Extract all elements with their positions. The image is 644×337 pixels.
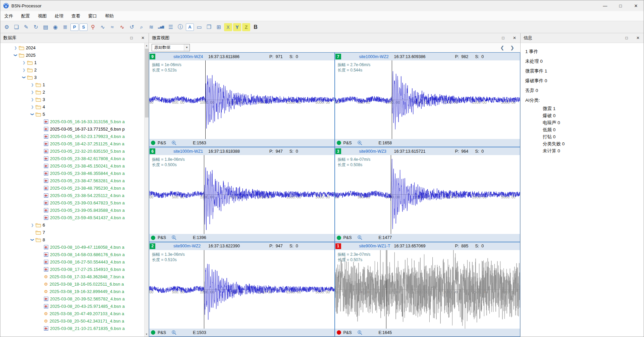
histogram-icon[interactable]: ▂▅▇ bbox=[157, 23, 165, 32]
status-dot[interactable] bbox=[337, 330, 341, 335]
p-pick-marker[interactable] bbox=[204, 155, 204, 234]
p-pick-marker[interactable] bbox=[391, 155, 391, 234]
scroll-down-icon[interactable]: ▼ bbox=[145, 332, 149, 337]
site-name[interactable]: site900m-WZ2 bbox=[173, 244, 208, 248]
tree-file-row[interactable]: 2025-03-05_23-59-49.541437_4.bsn a bbox=[0, 214, 149, 221]
status-dot[interactable] bbox=[337, 141, 341, 145]
chevron-expanded-icon[interactable]: ❯ bbox=[21, 76, 27, 79]
tree-file-row[interactable]: 2025-03-08_20-39-52.565782_4.bsn a bbox=[0, 295, 149, 302]
chevron-expanded-icon[interactable]: ❯ bbox=[13, 53, 18, 57]
zoom-icon[interactable] bbox=[171, 330, 177, 335]
letter-a-icon[interactable]: A bbox=[186, 23, 194, 31]
tree-file-row[interactable]: 2025-03-05_23-38-47.563281_4.bsn a bbox=[0, 177, 149, 184]
p-pick-marker[interactable] bbox=[392, 60, 392, 139]
prev-event-button[interactable]: ❮ bbox=[500, 45, 504, 50]
status-dot[interactable] bbox=[151, 330, 155, 335]
zoom-icon[interactable] bbox=[357, 140, 363, 146]
tree-file-row[interactable]: 2025-03-05_16-52-23.179923_4.bsn a bbox=[0, 133, 149, 140]
chevron-collapsed-icon[interactable]: ❯ bbox=[21, 61, 27, 64]
p-phase-icon[interactable]: P bbox=[70, 23, 78, 31]
tree-file-row[interactable]: 2025-03-05_23-38-45.150241_4.bsn a bbox=[0, 162, 149, 170]
tree-file-row[interactable]: 2025-03-08_17-27-25.154910_6.bsn a bbox=[0, 266, 149, 273]
tree-file-row[interactable]: ⚙2025-03-08_17-33-48.362848_7.bsn a bbox=[0, 273, 149, 280]
tree-file-row[interactable]: 2025-03-08_20-43-25.971485_4.bsn a bbox=[0, 302, 149, 310]
chevron-expanded-icon[interactable]: ❯ bbox=[30, 238, 35, 242]
tree-folder-row[interactable]: ❯1 bbox=[0, 59, 149, 66]
folder-new-icon[interactable]: ❏ bbox=[12, 23, 21, 32]
chevron-down-icon[interactable]: ▼ bbox=[184, 44, 190, 51]
zoom-icon[interactable] bbox=[171, 235, 177, 240]
waveform-plot[interactable]: 0. 00500. 001000. 001500. 002000. 002500… bbox=[335, 250, 520, 329]
minimize-button[interactable]: — bbox=[597, 0, 613, 11]
panel-close-button[interactable]: ✕ bbox=[632, 33, 644, 43]
waveform-plot[interactable]: 0. 00500. 001000. 001500. 002000. 002500… bbox=[149, 250, 334, 329]
chevron-expanded-icon[interactable]: ❯ bbox=[30, 112, 35, 116]
axis-z-icon[interactable]: Z bbox=[242, 23, 250, 31]
tree-file-row[interactable]: 2025-03-05_18-42-37.251125_4.bsn a bbox=[0, 140, 149, 147]
menu-item[interactable]: 处理 bbox=[51, 11, 67, 21]
tree-folder-row[interactable]: ❯1 bbox=[0, 81, 149, 88]
scrollbar-thumb[interactable] bbox=[145, 49, 149, 117]
bold-b-icon[interactable]: B bbox=[251, 23, 260, 32]
report-icon[interactable]: ▤ bbox=[41, 23, 50, 32]
tree-folder-row[interactable]: ❯2 bbox=[0, 88, 149, 96]
tree-folder-row[interactable]: ❯3 bbox=[0, 74, 149, 81]
site-name[interactable]: site1000m-WZ2 bbox=[359, 54, 394, 59]
menu-item[interactable]: 配置 bbox=[17, 11, 34, 21]
close-button[interactable]: ✕ bbox=[628, 0, 644, 11]
tree-file-row[interactable]: 2025-03-05_23-39-05.843588_4.bsn a bbox=[0, 206, 149, 214]
s-phase-icon[interactable]: S bbox=[79, 23, 88, 31]
tree-folder-row[interactable]: ❯4 bbox=[0, 103, 149, 110]
tree-file-row[interactable]: 2025-03-08_10-49-47.116058_4.bsn a bbox=[0, 243, 149, 251]
tree-file-row[interactable]: 2025-03-05_23-38-42.617808_4.bsn a bbox=[0, 155, 149, 162]
tree-file-row[interactable]: 2025-03-05_16-16-33.313156_5.bsn a bbox=[0, 118, 149, 125]
menu-item[interactable]: 文件 bbox=[0, 11, 17, 21]
p-pick-marker[interactable] bbox=[386, 250, 386, 329]
panel-maximize-button[interactable]: □ bbox=[621, 33, 632, 43]
panel-close-button[interactable]: ✕ bbox=[137, 33, 149, 43]
site-name[interactable]: site900m-WZ3 bbox=[359, 149, 394, 154]
status-dot[interactable] bbox=[151, 236, 155, 240]
location-pin-icon[interactable]: ⚲ bbox=[89, 23, 97, 32]
search-waveform-icon[interactable]: ⌕ bbox=[137, 23, 146, 32]
pages-icon[interactable]: ❐ bbox=[205, 23, 213, 32]
refresh-icon[interactable]: ↻ bbox=[32, 23, 40, 32]
panel-close-button[interactable]: ✕ bbox=[509, 33, 520, 43]
tree-folder-row[interactable]: ❯5 bbox=[0, 110, 149, 118]
waveform-plot[interactable]: 0. 00500. 001000. 001500. 002000. 002500… bbox=[335, 155, 520, 234]
tree-file-row[interactable]: 2025-03-05_16-37-13.771552_6.bsn p bbox=[0, 125, 149, 133]
chevron-collapsed-icon[interactable]: ❯ bbox=[30, 105, 35, 109]
waveform-icon[interactable]: ∿ bbox=[98, 23, 107, 32]
axis-y-icon[interactable]: Y bbox=[233, 23, 241, 31]
chevron-collapsed-icon[interactable]: ❯ bbox=[30, 83, 35, 87]
status-dot[interactable] bbox=[337, 236, 341, 240]
site-name[interactable]: site1000m-WZ4 bbox=[173, 54, 208, 59]
site-name[interactable]: site1000m-WZ1 bbox=[173, 149, 208, 154]
zoom-icon[interactable] bbox=[171, 140, 177, 146]
status-dot[interactable] bbox=[151, 141, 155, 145]
tree-file-row[interactable]: 2025-03-05_23-39-03.647823_5.bsn a bbox=[0, 199, 149, 206]
p-pick-marker[interactable] bbox=[205, 60, 206, 139]
menu-item[interactable]: 帮助 bbox=[101, 11, 118, 21]
tree-folder-row[interactable]: ❯3 bbox=[0, 96, 149, 103]
event-list-icon[interactable]: ☰ bbox=[166, 23, 175, 32]
axis-x-icon[interactable]: X bbox=[224, 23, 232, 31]
edit-document-icon[interactable]: ✎ bbox=[22, 23, 31, 32]
chevron-collapsed-icon[interactable]: ❯ bbox=[21, 68, 27, 72]
undo-process-icon[interactable]: ↺ bbox=[127, 23, 136, 32]
next-event-button[interactable]: ❯ bbox=[510, 45, 514, 50]
panel-maximize-button[interactable]: □ bbox=[126, 33, 137, 43]
tree-folder-row[interactable]: ❯2 bbox=[0, 66, 149, 74]
data-source-dropdown[interactable]: 原始数据 ▼ bbox=[152, 44, 190, 51]
site-name[interactable]: site900m-WZ1-T bbox=[359, 244, 394, 248]
waveform-multi-icon[interactable]: ≈ bbox=[108, 23, 117, 32]
chevron-collapsed-icon[interactable]: ❯ bbox=[13, 46, 18, 50]
tree-file-row[interactable]: 2025-03-05_22-32-20.635150_5.bsn a bbox=[0, 147, 149, 155]
tree-file-row[interactable]: ⚙2025-03-08_18-16-05.022511_6.bsn a bbox=[0, 280, 149, 288]
maximize-button[interactable]: □ bbox=[613, 0, 628, 11]
waveform-plot[interactable]: 0. 00500. 001000. 001500. 002000. 002500… bbox=[149, 155, 334, 234]
waveform-plot[interactable]: 0. 00500. 001000. 001500. 002000. 002500… bbox=[149, 60, 334, 139]
tree-file-row[interactable]: 2025-03-05_23-38-48.795230_4.bsn a bbox=[0, 184, 149, 192]
selection-box-icon[interactable]: ▭ bbox=[195, 23, 204, 32]
menu-item[interactable]: 查看 bbox=[67, 11, 84, 21]
